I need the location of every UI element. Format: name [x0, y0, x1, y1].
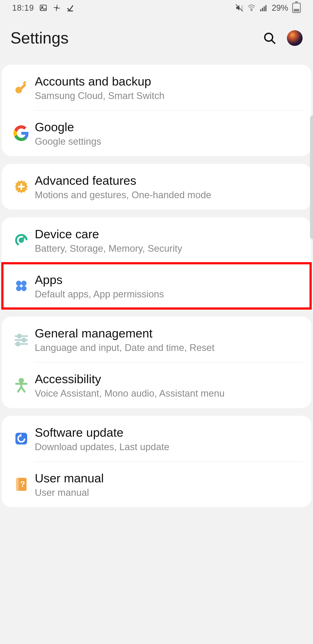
svg-point-15: [16, 281, 21, 286]
svg-rect-12: [19, 83, 26, 91]
gauge-icon: [10, 232, 32, 248]
settings-row-accessibility[interactable]: AccessibilityVoice Assistant, Mono audio…: [2, 362, 311, 408]
row-title: Software update: [35, 425, 303, 440]
settings-group: Advanced featuresMotions and gestures, O…: [2, 164, 311, 210]
svg-text:?: ?: [20, 480, 25, 489]
google-icon: [10, 125, 32, 141]
wifi-icon: [247, 4, 256, 12]
row-text: GoogleGoogle settings: [32, 120, 303, 147]
status-left: 18:19: [12, 3, 74, 12]
row-subtitle: Motions and gestures, One-handed mode: [35, 190, 303, 200]
settings-group: General managementLanguage and input, Da…: [2, 316, 311, 408]
svg-rect-5: [260, 9, 261, 11]
profile-avatar[interactable]: [287, 30, 303, 46]
picture-icon: [39, 4, 47, 12]
page-title: Settings: [10, 29, 68, 47]
row-title: Device care: [35, 226, 303, 242]
row-title: General management: [35, 326, 303, 341]
svg-rect-8: [265, 5, 267, 11]
row-subtitle: Download updates, Last update: [35, 442, 303, 452]
header: Settings: [0, 16, 313, 64]
settings-row-google[interactable]: GoogleGoogle settings: [2, 110, 311, 156]
svg-point-9: [265, 33, 273, 41]
person-icon: [10, 377, 32, 393]
row-text: Device careBattery, Storage, Memory, Sec…: [32, 226, 303, 254]
row-title: Google: [35, 120, 303, 135]
settings-group: Software updateDownload updates, Last up…: [2, 416, 311, 507]
row-subtitle: Language and input, Date and time, Reset: [35, 342, 303, 353]
book-q-icon: ?: [10, 476, 32, 492]
row-subtitle: Default apps, App permissions: [35, 289, 303, 300]
svg-rect-6: [262, 8, 263, 11]
svg-point-18: [21, 286, 26, 291]
scrollbar[interactable]: [310, 115, 313, 239]
row-subtitle: Battery, Storage, Memory, Security: [35, 243, 303, 254]
row-text: User manualUser manual: [32, 470, 303, 498]
download-done-icon: [66, 4, 74, 12]
row-text: General managementLanguage and input, Da…: [32, 326, 303, 353]
row-title: User manual: [35, 470, 303, 486]
grid4-icon: [10, 278, 32, 294]
refresh-badge-icon: [10, 431, 32, 446]
row-text: Advanced featuresMotions and gestures, O…: [32, 173, 303, 200]
svg-point-17: [16, 286, 21, 291]
svg-rect-0: [40, 5, 46, 10]
settings-row-user-manual[interactable]: ?User manualUser manual: [2, 462, 311, 507]
sliders-icon: [10, 332, 32, 347]
settings-row-apps[interactable]: AppsDefault apps, App permissions: [2, 263, 311, 309]
settings-group: Accounts and backupSamsung Cloud, Smart …: [2, 64, 311, 156]
search-button[interactable]: [263, 31, 277, 45]
row-text: AccessibilityVoice Assistant, Mono audio…: [32, 372, 303, 399]
row-subtitle: User manual: [35, 487, 303, 498]
svg-point-25: [20, 379, 23, 382]
svg-line-29: [21, 387, 24, 392]
row-title: Advanced features: [35, 173, 303, 188]
fan-icon: [53, 4, 61, 12]
status-bar: 18:19 29%: [0, 0, 313, 16]
signal-icon: [260, 4, 268, 12]
svg-point-2: [56, 7, 58, 9]
svg-point-20: [18, 334, 21, 338]
settings-row-advanced-features[interactable]: Advanced featuresMotions and gestures, O…: [2, 164, 311, 210]
settings-row-accounts-backup[interactable]: Accounts and backupSamsung Cloud, Smart …: [2, 64, 311, 110]
svg-point-24: [16, 342, 20, 346]
svg-rect-32: [16, 478, 19, 491]
header-actions: [263, 30, 303, 46]
mute-vibrate-icon: [235, 4, 244, 12]
row-subtitle: Google settings: [35, 136, 303, 147]
svg-rect-7: [264, 6, 265, 11]
row-title: Accessibility: [35, 372, 303, 386]
key-icon: [10, 80, 32, 95]
row-text: AppsDefault apps, App permissions: [32, 272, 303, 300]
search-icon: [263, 31, 276, 45]
svg-rect-13: [23, 81, 26, 85]
settings-row-general-management[interactable]: General managementLanguage and input, Da…: [2, 316, 311, 362]
status-time: 18:19: [12, 3, 34, 12]
svg-point-22: [22, 338, 26, 342]
svg-point-4: [251, 10, 252, 11]
row-text: Accounts and backupSamsung Cloud, Smart …: [32, 74, 303, 101]
settings-group: Device careBattery, Storage, Memory, Sec…: [2, 217, 311, 309]
svg-point-16: [21, 281, 26, 286]
status-right: 29%: [235, 2, 301, 13]
svg-line-10: [272, 40, 275, 44]
row-subtitle: Voice Assistant, Mono audio, Assistant m…: [35, 388, 303, 399]
row-subtitle: Samsung Cloud, Smart Switch: [35, 90, 303, 101]
row-title: Accounts and backup: [35, 74, 303, 89]
settings-row-software-update[interactable]: Software updateDownload updates, Last up…: [2, 416, 311, 462]
battery-icon: [292, 2, 301, 13]
row-title: Apps: [35, 272, 303, 288]
settings-list[interactable]: Accounts and backupSamsung Cloud, Smart …: [0, 64, 313, 507]
row-text: Software updateDownload updates, Last up…: [32, 425, 303, 452]
settings-row-device-care[interactable]: Device careBattery, Storage, Memory, Sec…: [2, 217, 311, 263]
gear-plus-icon: [10, 179, 32, 194]
battery-percent: 29%: [272, 3, 288, 12]
